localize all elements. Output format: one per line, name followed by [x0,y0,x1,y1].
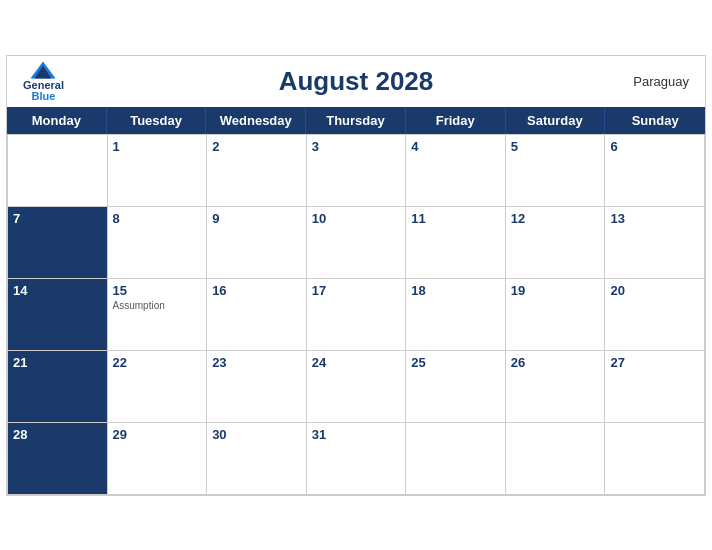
date-number: 8 [113,211,202,226]
logo: General Blue [23,60,64,102]
table-row: 24 [307,351,407,423]
table-row: 5 [506,135,606,207]
date-number: 12 [511,211,600,226]
date-number: 16 [212,283,301,298]
date-number: 9 [212,211,301,226]
table-row [8,135,108,207]
day-thursday: Thursday [306,107,406,134]
table-row: 25 [406,351,506,423]
table-row [506,423,606,495]
calendar-header: General Blue August 2028 Paraguay [7,56,705,107]
table-row: 31 [307,423,407,495]
table-row: 18 [406,279,506,351]
table-row: 29 [108,423,208,495]
date-number: 21 [13,355,102,370]
date-number: 14 [13,283,102,298]
table-row [406,423,506,495]
table-row: 2 [207,135,307,207]
table-row: 9 [207,207,307,279]
date-number: 18 [411,283,500,298]
day-friday: Friday [406,107,506,134]
table-row: 26 [506,351,606,423]
table-row: 21 [8,351,108,423]
date-number: 19 [511,283,600,298]
date-number: 3 [312,139,401,154]
table-row: 1 [108,135,208,207]
logo-icon [29,60,57,80]
table-row: 27 [605,351,705,423]
table-row: 20 [605,279,705,351]
table-row: 16 [207,279,307,351]
table-row: 6 [605,135,705,207]
date-number: 22 [113,355,202,370]
table-row: 22 [108,351,208,423]
date-number: 13 [610,211,699,226]
date-number: 7 [13,211,102,226]
table-row: 12 [506,207,606,279]
date-number: 26 [511,355,600,370]
day-sunday: Sunday [605,107,705,134]
day-saturday: Saturday [506,107,606,134]
table-row: 15Assumption [108,279,208,351]
date-number: 4 [411,139,500,154]
date-number: 1 [113,139,202,154]
date-number: 30 [212,427,301,442]
calendar-grid: 123456789101112131415Assumption161718192… [7,134,705,495]
day-tuesday: Tuesday [107,107,207,134]
day-monday: Monday [7,107,107,134]
table-row: 4 [406,135,506,207]
date-number: 25 [411,355,500,370]
date-number: 5 [511,139,600,154]
calendar-title: August 2028 [23,66,689,97]
table-row: 23 [207,351,307,423]
table-row: 11 [406,207,506,279]
date-number: 11 [411,211,500,226]
date-number: 27 [610,355,699,370]
holiday-label: Assumption [113,300,202,311]
table-row: 30 [207,423,307,495]
table-row: 10 [307,207,407,279]
logo-blue: Blue [32,91,56,102]
date-number: 2 [212,139,301,154]
date-number: 17 [312,283,401,298]
date-number: 28 [13,427,102,442]
date-number: 20 [610,283,699,298]
table-row: 8 [108,207,208,279]
date-number: 31 [312,427,401,442]
table-row: 19 [506,279,606,351]
days-header: Monday Tuesday Wednesday Thursday Friday… [7,107,705,134]
date-number: 23 [212,355,301,370]
date-number: 10 [312,211,401,226]
table-row [605,423,705,495]
table-row: 7 [8,207,108,279]
table-row: 17 [307,279,407,351]
date-number: 24 [312,355,401,370]
day-wednesday: Wednesday [206,107,306,134]
date-number: 15 [113,283,202,298]
calendar-wrapper: General Blue August 2028 Paraguay Monday… [6,55,706,496]
table-row: 14 [8,279,108,351]
table-row: 28 [8,423,108,495]
table-row: 13 [605,207,705,279]
calendar-country: Paraguay [633,74,689,89]
table-row: 3 [307,135,407,207]
date-number: 29 [113,427,202,442]
date-number: 6 [610,139,699,154]
